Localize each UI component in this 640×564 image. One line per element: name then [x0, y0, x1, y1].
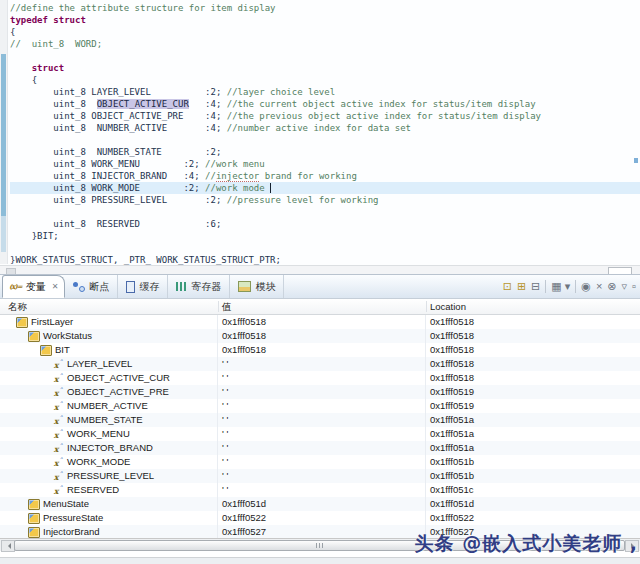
code-token: uint_8 [10, 99, 97, 109]
code-line: uint_8 OBJECT_ACTIVE_CUR :4; //the curre… [10, 98, 640, 110]
column-separator[interactable] [218, 301, 219, 312]
tab-breakpoints[interactable]: 断点 [65, 275, 118, 298]
column-header-name[interactable]: 名称 [8, 300, 27, 313]
code-line: { [10, 26, 640, 38]
table-row[interactable]: FirstLayer0x1fff05180x1fff0518 [0, 315, 640, 329]
show-logical-structure-icon[interactable]: ⊞ [517, 279, 526, 293]
registers-icon [176, 282, 187, 291]
variable-value: ' ' [222, 455, 228, 469]
table-row[interactable]: xNUMBER_ACTIVE' '0x1fff0519 [0, 399, 640, 413]
variable-location: 0x1fff051a [430, 413, 474, 427]
scope-indicator-bar-light [1, 216, 6, 252]
variable-location: 0x1fff0518 [430, 315, 474, 329]
cell-name: xNUMBER_ACTIVE [0, 399, 148, 413]
remove-all-icon[interactable]: ⊗ [607, 279, 616, 293]
variable-value: 0x1fff0518 [222, 329, 266, 343]
table-row[interactable]: xLAYER_LEVEL' '0x1fff0518 [0, 357, 640, 371]
variable-value: 0x1fff051d [222, 497, 266, 511]
tab-memory[interactable]: 缓存 [118, 275, 168, 298]
tab-registers[interactable]: 寄存器 [168, 275, 230, 298]
code-token: }BIT; [10, 231, 59, 241]
table-row[interactable]: PressureState0x1fff05220x1fff0522 [0, 511, 640, 525]
variable-value: ' ' [222, 413, 228, 427]
table-row[interactable]: xWORK_MENU' '0x1fff051a [0, 427, 640, 441]
tab-variables[interactable]: (x)=变量✕ [2, 275, 65, 298]
close-icon[interactable]: ✕ [52, 282, 59, 291]
code-editor[interactable]: //define the attribute structure for ite… [0, 0, 640, 274]
variable-value: 0x1fff0518 [222, 343, 266, 357]
tab-label: 模块 [255, 280, 275, 294]
cell-name: xWORK_MENU [0, 427, 130, 441]
right-arrow-icon [631, 543, 637, 549]
table-row[interactable]: WorkStatus0x1fff05180x1fff0518 [0, 329, 640, 343]
table-row[interactable]: xWORK_MODE' '0x1fff051b [0, 455, 640, 469]
column-separator[interactable] [426, 301, 427, 312]
variable-location: 0x1fff0518 [430, 343, 474, 357]
cell-name: xOBJECT_ACTIVE_CUR [0, 371, 170, 385]
variable-value: ' ' [222, 441, 228, 455]
panel-hscrollbar[interactable] [0, 538, 640, 551]
scope-indicator-bar [1, 54, 6, 216]
code-line: { [10, 74, 640, 86]
variable-location: 0x1fff051a [430, 427, 474, 441]
code-token: uint_8 NUMBER_ACTIVE :4; [10, 123, 227, 133]
code-token: uint_8 OBJECT_ACTIVE_PRE :4; [10, 111, 227, 121]
collapse-all-icon[interactable]: ⊟ [531, 279, 540, 293]
variable-icon: x [52, 442, 64, 454]
code-token: //pressure level for working [227, 195, 379, 205]
code-token: //the previous object active index for s… [227, 111, 541, 121]
variable-name: INJECTOR_BRAND [67, 441, 153, 455]
cell-name: xNUMBER_STATE [0, 413, 143, 427]
layout-menu-icon[interactable]: ▦ ▾ [551, 279, 570, 293]
code-token: injector [216, 171, 259, 182]
code-token: uint_8 RESERVED :6; [10, 219, 221, 229]
table-row[interactable]: xOBJECT_ACTIVE_CUR' '0x1fff0518 [0, 371, 640, 385]
variable-icon: x [52, 386, 64, 398]
table-row[interactable]: BIT0x1fff05180x1fff0518 [0, 343, 640, 357]
cell-name: xINJECTOR_BRAND [0, 441, 153, 455]
table-row[interactable]: MenuState0x1fff051d0x1fff051d [0, 497, 640, 511]
variable-name: OBJECT_ACTIVE_PRE [67, 385, 169, 399]
table-row[interactable]: xRESERVED' '0x1fff051c [0, 483, 640, 497]
code-line [10, 206, 640, 218]
view-tabbar: (x)=变量✕断点缓存寄存器模块 ⊡⊞⊟▦ ▾◉×⊗▿▫ [0, 275, 640, 299]
variable-value: ' ' [222, 385, 228, 399]
table-row[interactable]: xINJECTOR_BRAND' '0x1fff051a [0, 441, 640, 455]
variable-name: WORK_MENU [67, 427, 130, 441]
cell-name: BIT [0, 343, 70, 357]
variable-location: 0x1fff0518 [430, 329, 474, 343]
scroll-left-button[interactable] [1, 540, 15, 552]
remove-icon[interactable]: × [596, 279, 602, 293]
code-line [10, 242, 640, 254]
scrollbar-thumb[interactable] [14, 540, 625, 551]
table-row[interactable]: xOBJECT_ACTIVE_PRE' '0x1fff0519 [0, 385, 640, 399]
variable-icon: x [52, 372, 64, 384]
view-menu-icon[interactable]: ▿ [622, 279, 628, 293]
minimize-icon[interactable]: ▫ [632, 279, 636, 293]
cell-name: xWORK_MODE [0, 455, 130, 469]
column-header-location[interactable]: Location [430, 300, 466, 313]
watch-gear-icon[interactable]: ◉ [581, 279, 591, 293]
variable-name: NUMBER_ACTIVE [67, 399, 148, 413]
variable-value: 0x1fff0522 [222, 511, 266, 525]
table-row[interactable]: InjectorBrand0x1fff05270x1fff0527 [0, 525, 640, 539]
code-token: // [205, 171, 216, 181]
view-toolbar: ⊡⊞⊟▦ ▾◉×⊗▿▫ [503, 278, 636, 294]
scroll-right-button[interactable] [625, 540, 639, 552]
code-area[interactable]: //define the attribute structure for ite… [10, 2, 640, 266]
variable-value: ' ' [222, 371, 228, 385]
table-row[interactable]: xPRESSURE_LEVEL' '0x1fff051b [0, 469, 640, 483]
variable-location: 0x1fff0518 [430, 371, 474, 385]
code-token: typedef struct [10, 15, 86, 25]
show-type-names-icon[interactable]: ⊡ [503, 279, 512, 293]
column-header-value[interactable]: 值 [222, 300, 232, 313]
tab-modules[interactable]: 模块 [230, 275, 284, 298]
text-cursor [270, 183, 271, 193]
table-row[interactable]: xNUMBER_STATE' '0x1fff051a [0, 413, 640, 427]
variable-value: ' ' [222, 357, 228, 371]
overview-ruler-mark [634, 158, 638, 163]
variable-location: 0x1fff051c [430, 483, 474, 497]
variable-name: MenuState [43, 497, 89, 511]
cell-name: MenuState [0, 497, 89, 511]
struct-icon [28, 513, 40, 524]
